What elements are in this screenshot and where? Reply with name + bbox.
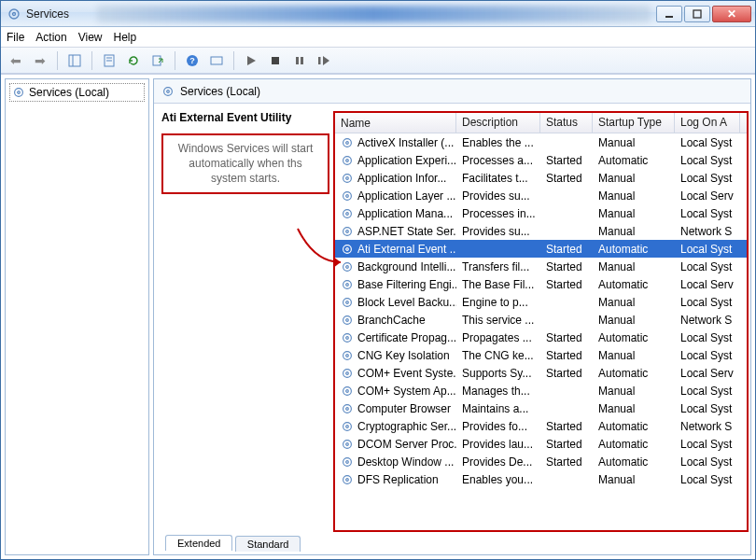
svg-point-38	[343, 262, 352, 271]
service-description: Maintains a...	[456, 402, 540, 415]
service-row[interactable]: Certificate Propag...Propagates ...Start…	[335, 329, 747, 346]
service-description: The Base Fil...	[456, 278, 540, 291]
service-startup: Automatic	[593, 278, 675, 291]
tab-extended[interactable]: Extended	[165, 535, 232, 551]
refresh-button[interactable]	[122, 50, 145, 71]
service-description: Manages th...	[456, 385, 540, 398]
start-service-button[interactable]	[240, 50, 262, 71]
gear-icon	[341, 189, 354, 203]
service-name: Application Mana...	[357, 207, 453, 220]
service-startup: Manual	[593, 314, 675, 327]
service-row[interactable]: Application Layer ...Provides su...Manua…	[335, 187, 747, 204]
svg-point-47	[346, 336, 349, 339]
service-row[interactable]: COM+ Event Syste...Supports Sy...Started…	[335, 364, 747, 382]
service-name: Base Filtering Engi...	[357, 278, 456, 291]
svg-point-25	[346, 141, 349, 144]
detail-column: Ati External Event Utility Windows Servi…	[161, 111, 329, 532]
service-row[interactable]: Block Level Backu...Engine to p...Manual…	[335, 293, 747, 311]
annotation-callout: Windows Services will start automaticall…	[161, 133, 329, 194]
close-button[interactable]: ✕	[712, 6, 751, 22]
svg-rect-16	[301, 57, 303, 64]
service-row[interactable]: ASP.NET State Ser...Provides su...Manual…	[335, 222, 747, 240]
toolbar-separator	[91, 51, 92, 70]
show-hide-tree-button[interactable]	[63, 50, 86, 71]
service-logon: Local Syst	[675, 385, 740, 398]
column-logon[interactable]: Log On A	[675, 113, 740, 133]
service-row[interactable]: Background Intelli...Transfers fil...Sta…	[335, 258, 747, 275]
service-row[interactable]: DFS ReplicationEnables you...ManualLocal…	[335, 470, 747, 488]
export-list-button[interactable]	[147, 50, 169, 71]
gear-icon	[341, 367, 354, 380]
svg-point-63	[346, 478, 349, 481]
svg-point-62	[343, 475, 352, 483]
column-name[interactable]: Name	[335, 113, 456, 133]
svg-rect-12	[211, 57, 222, 64]
service-row[interactable]: Ati External Event ...StartedAutomaticLo…	[335, 240, 747, 258]
svg-point-39	[346, 265, 349, 268]
svg-point-56	[343, 422, 352, 430]
svg-point-1	[13, 12, 16, 15]
service-status: Started	[540, 367, 593, 380]
service-name: DFS Replication	[357, 473, 439, 486]
gear-icon	[341, 349, 354, 362]
tree-root-item[interactable]: Services (Local)	[9, 83, 145, 102]
svg-marker-18	[323, 56, 329, 65]
service-description: The CNG ke...	[456, 349, 540, 362]
service-name: ActiveX Installer (...	[357, 136, 454, 149]
svg-point-19	[15, 89, 23, 97]
action-button[interactable]	[205, 50, 228, 71]
service-row[interactable]: Cryptographic Ser...Provides fo...Starte…	[335, 417, 747, 435]
service-row[interactable]: Application Mana...Processes in...Manual…	[335, 204, 747, 222]
svg-point-37	[346, 247, 349, 250]
service-logon: Local Syst	[675, 455, 740, 469]
svg-point-22	[167, 90, 170, 92]
titlebar[interactable]: Services ✕	[1, 1, 755, 27]
forward-button[interactable]: ➡	[29, 50, 51, 71]
right-pane-header: Services (Local)	[154, 79, 750, 104]
service-startup: Manual	[593, 402, 675, 415]
svg-point-0	[9, 9, 19, 19]
column-status[interactable]: Status	[540, 113, 593, 133]
svg-point-31	[346, 194, 349, 197]
maximize-button[interactable]	[684, 6, 710, 22]
tab-standard[interactable]: Standard	[235, 536, 301, 552]
service-logon: Local Serv	[675, 367, 740, 380]
service-row[interactable]: DCOM Server Proc...Provides lau...Starte…	[335, 435, 747, 453]
list-body[interactable]: ActiveX Installer (...Enables the ...Man…	[335, 133, 747, 530]
column-description[interactable]: Description	[456, 113, 540, 133]
service-name: Certificate Propag...	[357, 331, 456, 344]
service-row[interactable]: BranchCacheThis service ...ManualNetwork…	[335, 311, 747, 329]
service-row[interactable]: CNG Key IsolationThe CNG ke...StartedMan…	[335, 346, 747, 364]
service-row[interactable]: Application Experi...Processes a...Start…	[335, 151, 747, 169]
service-name: Background Intelli...	[357, 260, 455, 273]
help-button[interactable]: ?	[181, 50, 203, 71]
service-row[interactable]: Base Filtering Engi...The Base Fil...Sta…	[335, 275, 747, 293]
svg-rect-17	[318, 57, 321, 64]
minimize-button[interactable]	[656, 6, 682, 22]
service-row[interactable]: COM+ System Ap...Manages th...ManualLoca…	[335, 382, 747, 399]
service-row[interactable]: ActiveX Installer (...Enables the ...Man…	[335, 133, 747, 151]
service-row[interactable]: Computer BrowserMaintains a...ManualLoca…	[335, 399, 747, 417]
service-status: Started	[540, 243, 593, 256]
menu-file[interactable]: File	[7, 31, 24, 44]
service-startup: Manual	[593, 225, 675, 238]
gear-icon	[341, 136, 354, 149]
menu-help[interactable]: Help	[114, 31, 137, 44]
menu-action[interactable]: Action	[35, 31, 66, 44]
stop-service-button[interactable]	[264, 50, 287, 71]
service-startup: Manual	[593, 260, 675, 273]
service-row[interactable]: Application Infor...Facilitates t...Star…	[335, 169, 747, 187]
properties-button[interactable]	[98, 50, 120, 71]
gear-icon	[341, 225, 354, 238]
back-button[interactable]: ⬅	[5, 50, 27, 71]
svg-point-26	[343, 156, 352, 164]
service-startup: Manual	[593, 296, 675, 309]
column-startup[interactable]: Startup Type	[593, 113, 675, 133]
service-row[interactable]: Desktop Window ...Provides De...StartedA…	[335, 453, 747, 470]
service-logon: Local Syst	[675, 136, 740, 149]
service-status: Started	[540, 172, 593, 185]
restart-service-button[interactable]	[313, 50, 335, 71]
tree-pane[interactable]: Services (Local)	[5, 78, 149, 555]
menu-view[interactable]: View	[78, 31, 103, 44]
pause-service-button[interactable]	[288, 50, 311, 71]
